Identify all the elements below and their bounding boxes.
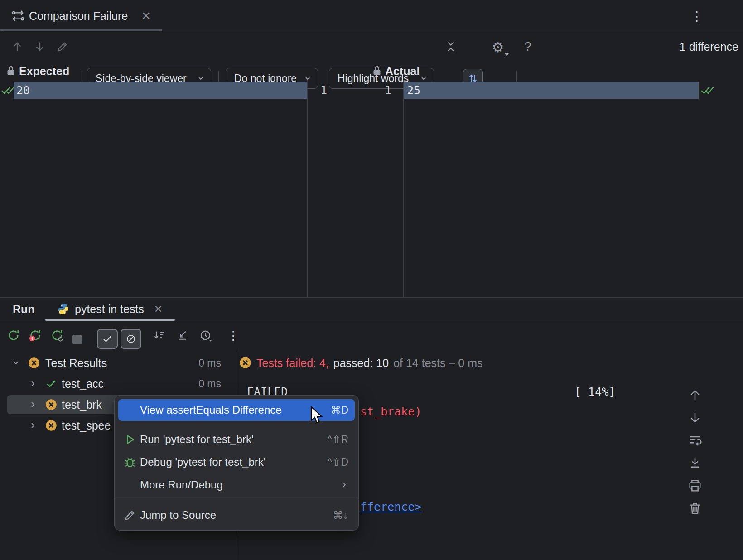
menu-item-more-run-debug[interactable]: More Run/Debug [115,473,358,496]
diff-changed-line-right[interactable] [403,82,699,99]
menu-separator [115,500,358,500]
chevron-right-icon[interactable] [29,401,37,409]
menu-item-shortcut: ^⇧R [327,428,348,451]
python-icon [57,303,69,315]
scroll-up-icon[interactable] [688,388,702,402]
print-icon[interactable] [688,478,702,493]
run-toolbar: ⋮ [0,321,743,350]
tab-pytest-in-tests[interactable]: pytest in tests ✕ [57,297,163,321]
actual-panel-header: Actual [385,63,420,80]
compare-icon [11,9,25,23]
summary-failed: Tests failed: 4, [256,357,329,370]
summary-rest: of 14 tests – 0 ms [393,357,482,370]
tree-row-time: 0 ms [198,352,221,373]
clear-all-trash-icon[interactable] [688,501,702,516]
diff-toolbar: Side-by-side viewer Do not ignore Highli… [0,32,743,62]
tree-row-label: test_spee [62,415,111,436]
menu-item-shortcut: ^⇧D [327,451,348,473]
double-check-icon [700,85,714,95]
menu-item-shortcut: ⌘D [330,399,348,421]
double-check-icon [1,85,14,95]
no-sign-icon [125,333,136,344]
tab-scrollbar-thumb[interactable] [0,29,162,31]
more-options-icon[interactable]: ⋮ [688,0,706,32]
tree-row-label: test_acc [62,373,104,394]
run-play-icon [124,433,136,446]
summary-passed: passed: 10 [333,357,389,370]
lock-icon [6,65,15,76]
stop-icon [72,335,82,344]
debug-bug-icon [124,456,136,468]
chevron-right-icon[interactable] [29,380,37,388]
tree-row-time: 0 ms [198,373,221,394]
next-difference-icon[interactable] [33,39,47,54]
rerun-automatically-icon[interactable] [50,328,64,343]
previous-difference-icon[interactable] [10,39,24,54]
rerun-failed-tests-icon[interactable] [28,328,43,343]
run-window-label: Run [13,297,35,321]
edit-pencil-icon [124,509,136,521]
left-line-number: 1 [313,82,327,99]
test-failed-icon [28,357,40,369]
rerun-icon[interactable] [6,328,21,343]
tests-failed-icon [239,357,251,369]
see-difference-link[interactable]: fference> [360,498,421,515]
actual-value: 25 [407,82,420,99]
tab-close-icon[interactable]: ✕ [141,0,151,32]
check-icon [102,333,113,344]
diff-tab-bar: Comparison Failure ✕ ⋮ [0,0,743,32]
tree-row-test-results[interactable]: Test Results 0 ms [0,352,236,373]
diff-editor-area: 20 1 1 25 [0,80,743,297]
menu-item-shortcut: ⌘↓ [333,504,349,526]
run-tab-close-icon[interactable]: ✕ [154,303,163,315]
collapse-unchanged-icon[interactable] [444,39,458,54]
navigate-to-corner-icon[interactable] [176,328,190,343]
run-toolbar-more-icon[interactable]: ⋮ [226,321,241,350]
menu-item-label: Run 'pytest for test_brk' [140,428,254,451]
help-icon[interactable]: ? [521,32,535,62]
difference-count: 1 difference [680,32,738,62]
mouse-cursor [310,406,323,425]
tree-row-test-acc[interactable]: test_acc 0 ms [0,373,236,394]
divider [307,80,308,297]
test-summary: Tests failed: 4, passed: 10 of 14 tests … [256,352,482,373]
menu-item-label: View assertEquals Difference [140,399,282,421]
run-tab-title: pytest in tests [75,303,144,316]
sort-by-duration-icon[interactable] [152,328,167,343]
submenu-chevron-icon [340,473,348,496]
soft-wrap-icon[interactable] [688,433,702,448]
console-error-text: st_brake) [360,403,421,420]
gear-dropdown-arrow-icon [505,53,509,56]
test-history-clock-icon[interactable] [198,328,213,343]
chevron-down-icon[interactable] [12,359,20,367]
tree-row-label: Test Results [45,352,107,373]
chevron-right-icon[interactable] [29,421,37,430]
test-failed-icon [45,399,57,410]
menu-item-debug-pytest[interactable]: Debug 'pytest for test_brk' ^⇧D [115,451,358,473]
settings-gear-icon[interactable]: ⚙ [490,39,506,55]
run-header: Run pytest in tests ✕ [0,297,743,321]
tree-row-label: test_brk [62,394,102,415]
expected-panel-header: Expected [19,63,69,80]
test-passed-icon [45,378,57,390]
ide-window: Comparison Failure ✕ ⋮ Side-by-side view… [0,0,743,560]
diff-changed-line-left[interactable] [14,82,307,99]
console-progress: [ 14%] [574,383,615,400]
divider [403,80,404,297]
test-failed-icon [45,420,57,431]
right-line-number: 1 [377,82,391,99]
menu-item-label: Jump to Source [140,504,216,526]
edit-source-icon[interactable] [55,39,70,54]
expected-value: 20 [16,82,30,99]
scroll-down-icon[interactable] [688,410,702,425]
tab-title: Comparison Failure [29,0,128,32]
menu-item-run-pytest[interactable]: Run 'pytest for test_brk' ^⇧R [115,428,358,451]
menu-item-jump-to-source[interactable]: Jump to Source ⌘↓ [115,504,358,526]
show-ignored-toggle[interactable] [121,329,141,349]
lock-icon [372,65,381,76]
scroll-to-end-icon[interactable] [688,456,702,470]
menu-item-label: Debug 'pytest for test_brk' [140,451,265,473]
show-passed-toggle[interactable] [97,329,118,349]
menu-item-label: More Run/Debug [140,473,223,496]
